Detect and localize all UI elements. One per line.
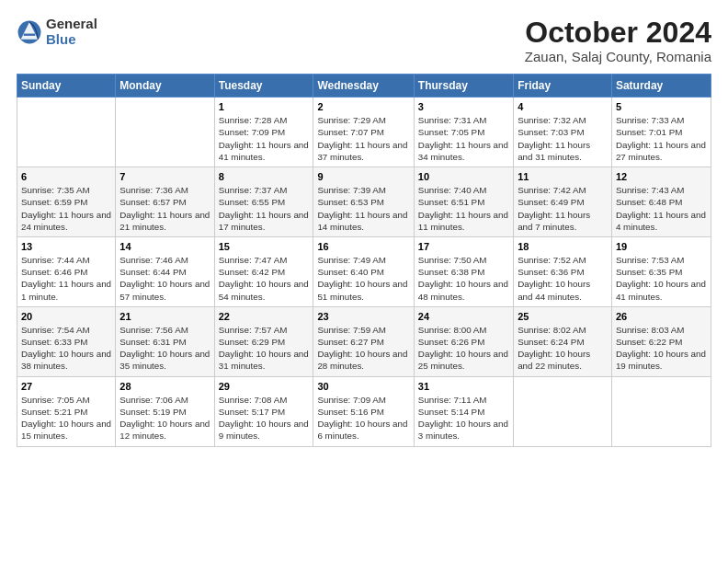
day-number: 27	[21, 381, 111, 392]
day-number: 13	[21, 241, 111, 252]
day-number: 14	[119, 241, 210, 252]
logo-icon	[17, 19, 42, 45]
logo: General Blue	[17, 17, 97, 47]
title-block: October 2024 Zauan, Salaj County, Romani…	[525, 17, 711, 64]
day-detail: Sunrise: 7:32 AM Sunset: 7:03 PM Dayligh…	[518, 114, 608, 163]
week-row-1: 1Sunrise: 7:28 AM Sunset: 7:09 PM Daylig…	[17, 98, 711, 167]
day-detail: Sunrise: 7:29 AM Sunset: 7:07 PM Dayligh…	[317, 114, 409, 163]
calendar-cell: 2Sunrise: 7:29 AM Sunset: 7:07 PM Daylig…	[313, 98, 414, 167]
day-detail: Sunrise: 7:52 AM Sunset: 6:36 PM Dayligh…	[518, 254, 608, 303]
day-detail: Sunrise: 8:03 AM Sunset: 6:22 PM Dayligh…	[616, 324, 707, 373]
day-detail: Sunrise: 8:02 AM Sunset: 6:24 PM Dayligh…	[518, 324, 608, 373]
day-detail: Sunrise: 7:39 AM Sunset: 6:53 PM Dayligh…	[317, 184, 409, 233]
day-number: 3	[418, 101, 509, 112]
day-detail: Sunrise: 7:40 AM Sunset: 6:51 PM Dayligh…	[418, 184, 509, 233]
calendar-cell: 1Sunrise: 7:28 AM Sunset: 7:09 PM Daylig…	[214, 98, 313, 167]
day-detail: Sunrise: 7:05 AM Sunset: 5:21 PM Dayligh…	[21, 394, 111, 442]
day-number: 24	[418, 311, 509, 322]
day-detail: Sunrise: 8:00 AM Sunset: 6:26 PM Dayligh…	[418, 324, 509, 373]
logo-general: General	[46, 17, 97, 32]
calendar-cell: 13Sunrise: 7:44 AM Sunset: 6:46 PM Dayli…	[17, 236, 116, 306]
calendar-cell: 11Sunrise: 7:42 AM Sunset: 6:49 PM Dayli…	[514, 167, 612, 237]
header-thursday: Thursday	[414, 75, 513, 98]
calendar-cell: 27Sunrise: 7:05 AM Sunset: 5:21 PM Dayli…	[17, 376, 116, 446]
calendar-cell: 7Sunrise: 7:36 AM Sunset: 6:57 PM Daylig…	[116, 167, 214, 237]
day-number: 19	[616, 241, 707, 252]
calendar-cell: 12Sunrise: 7:43 AM Sunset: 6:48 PM Dayli…	[611, 167, 711, 237]
calendar-cell: 26Sunrise: 8:03 AM Sunset: 6:22 PM Dayli…	[611, 306, 711, 376]
calendar-cell	[116, 98, 214, 167]
calendar-cell: 16Sunrise: 7:49 AM Sunset: 6:40 PM Dayli…	[313, 236, 414, 306]
day-number: 26	[616, 311, 707, 322]
calendar-cell: 29Sunrise: 7:08 AM Sunset: 5:17 PM Dayli…	[214, 376, 313, 446]
day-detail: Sunrise: 7:08 AM Sunset: 5:17 PM Dayligh…	[219, 394, 310, 442]
calendar-cell: 22Sunrise: 7:57 AM Sunset: 6:29 PM Dayli…	[214, 306, 313, 376]
weekday-header-row: Sunday Monday Tuesday Wednesday Thursday…	[17, 75, 711, 98]
day-number: 1	[219, 101, 310, 112]
day-number: 8	[219, 171, 310, 182]
day-detail: Sunrise: 7:57 AM Sunset: 6:29 PM Dayligh…	[219, 324, 310, 373]
day-detail: Sunrise: 7:56 AM Sunset: 6:31 PM Dayligh…	[119, 324, 210, 373]
header-monday: Monday	[116, 75, 214, 98]
day-detail: Sunrise: 7:42 AM Sunset: 6:49 PM Dayligh…	[518, 184, 608, 233]
calendar-cell: 20Sunrise: 7:54 AM Sunset: 6:33 PM Dayli…	[17, 306, 116, 376]
logo-blue: Blue	[46, 32, 97, 48]
calendar-cell	[17, 98, 116, 167]
calendar-cell: 23Sunrise: 7:59 AM Sunset: 6:27 PM Dayli…	[313, 306, 414, 376]
day-number: 6	[21, 171, 111, 182]
day-number: 28	[119, 381, 210, 392]
day-number: 30	[317, 381, 409, 392]
calendar-cell: 8Sunrise: 7:37 AM Sunset: 6:55 PM Daylig…	[214, 167, 313, 237]
calendar-cell: 14Sunrise: 7:46 AM Sunset: 6:44 PM Dayli…	[116, 236, 214, 306]
day-detail: Sunrise: 7:31 AM Sunset: 7:05 PM Dayligh…	[418, 114, 509, 163]
calendar-cell: 18Sunrise: 7:52 AM Sunset: 6:36 PM Dayli…	[514, 236, 612, 306]
day-number: 25	[518, 311, 608, 322]
day-number: 7	[119, 171, 210, 182]
day-detail: Sunrise: 7:59 AM Sunset: 6:27 PM Dayligh…	[317, 324, 409, 373]
day-number: 16	[317, 241, 409, 252]
calendar-cell: 4Sunrise: 7:32 AM Sunset: 7:03 PM Daylig…	[514, 98, 612, 167]
header-wednesday: Wednesday	[313, 75, 414, 98]
day-number: 10	[418, 171, 509, 182]
calendar-cell: 10Sunrise: 7:40 AM Sunset: 6:51 PM Dayli…	[414, 167, 513, 237]
day-detail: Sunrise: 7:09 AM Sunset: 5:16 PM Dayligh…	[317, 394, 409, 442]
header-saturday: Saturday	[611, 75, 711, 98]
day-detail: Sunrise: 7:46 AM Sunset: 6:44 PM Dayligh…	[119, 254, 210, 303]
month-title: October 2024	[525, 17, 711, 49]
day-detail: Sunrise: 7:53 AM Sunset: 6:35 PM Dayligh…	[616, 254, 707, 303]
calendar-table: Sunday Monday Tuesday Wednesday Thursday…	[17, 74, 711, 446]
day-number: 2	[317, 101, 409, 112]
calendar-page: General Blue October 2024 Zauan, Salaj C…	[0, 0, 728, 563]
calendar-cell: 15Sunrise: 7:47 AM Sunset: 6:42 PM Dayli…	[214, 236, 313, 306]
calendar-cell: 21Sunrise: 7:56 AM Sunset: 6:31 PM Dayli…	[116, 306, 214, 376]
calendar-cell: 9Sunrise: 7:39 AM Sunset: 6:53 PM Daylig…	[313, 167, 414, 237]
calendar-cell: 6Sunrise: 7:35 AM Sunset: 6:59 PM Daylig…	[17, 167, 116, 237]
day-detail: Sunrise: 7:06 AM Sunset: 5:19 PM Dayligh…	[119, 394, 210, 442]
logo-text: General Blue	[46, 17, 97, 47]
location: Zauan, Salaj County, Romania	[525, 49, 711, 64]
day-detail: Sunrise: 7:28 AM Sunset: 7:09 PM Dayligh…	[219, 114, 310, 163]
header-tuesday: Tuesday	[214, 75, 313, 98]
day-detail: Sunrise: 7:11 AM Sunset: 5:14 PM Dayligh…	[418, 394, 509, 442]
calendar-cell	[514, 376, 612, 446]
day-detail: Sunrise: 7:33 AM Sunset: 7:01 PM Dayligh…	[616, 114, 707, 163]
calendar-cell: 19Sunrise: 7:53 AM Sunset: 6:35 PM Dayli…	[611, 236, 711, 306]
week-row-2: 6Sunrise: 7:35 AM Sunset: 6:59 PM Daylig…	[17, 167, 711, 237]
calendar-cell: 30Sunrise: 7:09 AM Sunset: 5:16 PM Dayli…	[313, 376, 414, 446]
day-number: 9	[317, 171, 409, 182]
day-number: 4	[518, 101, 608, 112]
calendar-cell: 17Sunrise: 7:50 AM Sunset: 6:38 PM Dayli…	[414, 236, 513, 306]
day-detail: Sunrise: 7:50 AM Sunset: 6:38 PM Dayligh…	[418, 254, 509, 303]
day-number: 15	[219, 241, 310, 252]
header-sunday: Sunday	[17, 75, 116, 98]
week-row-5: 27Sunrise: 7:05 AM Sunset: 5:21 PM Dayli…	[17, 376, 711, 446]
calendar-cell: 25Sunrise: 8:02 AM Sunset: 6:24 PM Dayli…	[514, 306, 612, 376]
calendar-cell: 5Sunrise: 7:33 AM Sunset: 7:01 PM Daylig…	[611, 98, 711, 167]
day-detail: Sunrise: 7:44 AM Sunset: 6:46 PM Dayligh…	[21, 254, 111, 303]
day-detail: Sunrise: 7:54 AM Sunset: 6:33 PM Dayligh…	[21, 324, 111, 373]
svg-rect-2	[24, 33, 35, 35]
calendar-cell: 24Sunrise: 8:00 AM Sunset: 6:26 PM Dayli…	[414, 306, 513, 376]
week-row-3: 13Sunrise: 7:44 AM Sunset: 6:46 PM Dayli…	[17, 236, 711, 306]
calendar-cell: 31Sunrise: 7:11 AM Sunset: 5:14 PM Dayli…	[414, 376, 513, 446]
day-number: 21	[119, 311, 210, 322]
